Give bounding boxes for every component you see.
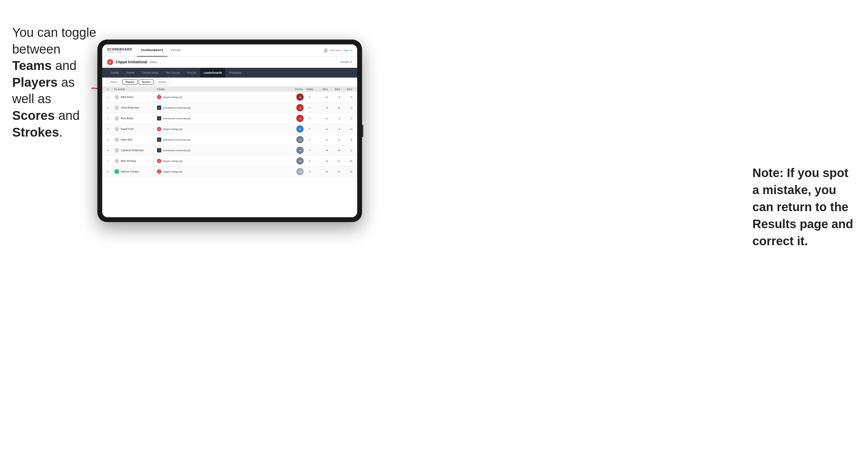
tab-results[interactable]: Results [184,68,200,77]
row-rank: 2 [107,106,114,109]
svg-point-13 [116,149,118,151]
team-cell: C Clippd College [A] [157,127,282,131]
col-rd2: RD2 [328,88,340,91]
score-badge: E [296,125,304,133]
player-name: Chris Robertson [121,106,140,109]
toggle-players[interactable]: Players [122,80,137,85]
svg-point-7 [116,117,118,119]
nav-teams[interactable]: TEAMS [167,44,185,57]
col-total: TOTAL [282,88,304,91]
score-badge: -8 [296,93,304,101]
leaderboard-table: # PLAYER TEAM TOTAL THRU RD1 RD2 RD3 1 E… [102,87,357,217]
svg-point-14 [116,151,118,152]
user-name: Test User | [330,49,342,52]
svg-point-10 [116,130,118,131]
toggle-teams[interactable]: Teams [107,80,121,85]
rd2-cell: +5 [328,106,340,109]
clippd-logo: C [107,59,113,65]
team-logo: ≡ [157,105,161,110]
player-avatar [114,95,119,99]
svg-point-11 [116,138,118,140]
table-body: 1 Elliot Ebert C Clippd College [A] -8 F… [102,92,357,177]
total-cell: -2 [282,115,304,122]
cancel-button[interactable]: Cancel ✕ [340,61,352,64]
player-cell: Elliot Ebert [114,95,157,99]
toggle-strokes[interactable]: Strokes [155,80,170,85]
svg-point-1 [325,49,327,51]
tab-leaderboards[interactable]: Leaderboards [200,68,226,77]
row-rank: 1 [107,96,114,99]
tab-details[interactable]: Details [107,68,123,77]
table-row: 8 Marcus Turners C Clippd College [A] +1… [102,166,357,177]
sub-nav: Details Teams Course Setup Tee Groups Re… [102,68,357,77]
team-logo: C [157,169,161,174]
player-name: Blair McHarg [121,159,136,162]
total-cell: -4 [282,104,304,111]
player-avatar [114,116,119,121]
rd3-cell: +2 [340,170,352,173]
tab-printables[interactable]: Printables [225,68,245,77]
thru-cell: F [304,149,316,152]
team-name: Clippd College [A] [163,128,182,130]
rd3-cell: +6 [340,160,352,162]
score-badge: +6 [296,147,304,154]
tab-course-setup[interactable]: Course Setup [138,68,162,77]
nav-links: TOURNAMENTS TEAMS [137,44,323,57]
player-avatar [114,158,119,163]
tournament-header: C Clippd Invitational (Men) Cancel ✕ [102,57,357,68]
tournament-gender: (Men) [150,61,158,64]
tournament-name: Clippd Invitational [116,60,147,64]
tablet-device: SCOREBOARD Powered by clippd TOURNAMENTS… [97,39,362,222]
row-rank: 7 [107,160,114,162]
tab-teams[interactable]: Teams [123,68,138,77]
team-logo: C [157,95,161,99]
rd1-cell: -5 [316,106,328,109]
team-cell: ≡ Scoreboard University [A] [157,116,282,121]
rd2-cell: E [328,138,340,141]
table-row: 2 Chris Robertson ≡ Scoreboard Universit… [102,102,357,113]
player-avatar [114,127,119,131]
thru-cell: F [304,106,316,109]
tab-tee-groups[interactable]: Tee Groups [162,68,184,77]
svg-point-3 [116,96,118,97]
team-logo: ≡ [157,137,161,142]
thru-cell: F [304,138,316,141]
sign-out-link[interactable]: Sign out [343,49,352,52]
rd1-cell: +5 [316,149,328,152]
team-cell: C Clippd College [A] [157,159,282,163]
table-row: 4 David Ford C Clippd College [A] E F +1… [102,124,357,134]
col-rd1: RD1 [316,88,328,91]
svg-point-16 [116,161,118,163]
total-cell: +6 [282,147,304,154]
team-cell: C Clippd College [A] [157,169,282,174]
team-logo: ≡ [157,148,161,152]
player-cell: Cameron Robertson [114,148,157,153]
player-name: Elliot Ebert [121,96,133,99]
col-team: TEAM [157,88,282,91]
total-cell: +1 [282,136,304,143]
svg-point-12 [116,140,118,142]
rd3-cell: -1 [340,149,352,152]
user-avatar [323,48,328,53]
player-cell: Marcus Turners [114,169,157,174]
score-badge: -2 [296,115,304,122]
svg-point-15 [116,160,118,161]
toggle-scores[interactable]: Scores [139,80,154,85]
svg-point-6 [116,108,118,110]
team-cell: ≡ Scoreboard University [A] [157,105,282,110]
rd3-cell: E [340,138,352,141]
score-badge: +1 [296,136,304,143]
team-name: Clippd College [A] [163,96,182,99]
table-row: 5 Rees Britt ≡ Scoreboard University [A]… [102,134,357,145]
team-name: Scoreboard University [A] [163,149,190,152]
rd1-cell: +2 [316,170,328,173]
rd2-cell: +1 [328,160,340,162]
nav-tournaments[interactable]: TOURNAMENTS [137,44,167,57]
row-rank: 5 [107,138,114,141]
player-name: David Ford [121,127,133,130]
player-name: Cameron Robertson [121,149,144,152]
svg-point-5 [116,106,118,108]
col-player: PLAYER [114,88,157,91]
tablet-screen: SCOREBOARD Powered by clippd TOURNAMENTS… [102,44,357,217]
thru-cell: F [304,128,316,130]
